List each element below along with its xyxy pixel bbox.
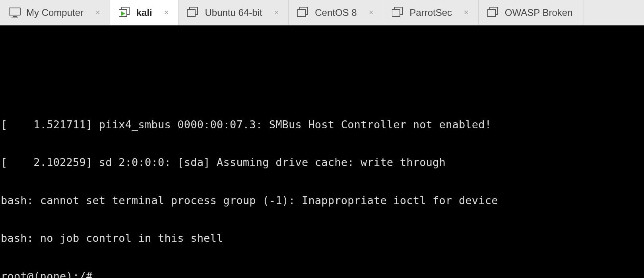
tab-label: My Computer — [26, 7, 83, 18]
tab-kali[interactable]: kali × — [110, 0, 179, 25]
terminal-prompt: root@(none):/# — [1, 270, 644, 278]
vm-icon — [392, 7, 404, 18]
svg-rect-9 — [297, 10, 305, 17]
vm-icon — [187, 7, 199, 18]
svg-rect-13 — [487, 10, 495, 17]
terminal-line: bash: cannot set terminal process group … — [1, 194, 644, 207]
close-icon[interactable]: × — [272, 7, 281, 18]
monitor-icon — [9, 8, 21, 18]
tab-owasp[interactable]: OWASP Broken — [479, 0, 584, 25]
terminal-line: [ 2.102259] sd 2:0:0:0: [sda] Assuming d… — [1, 156, 644, 169]
close-icon[interactable]: × — [367, 7, 376, 18]
tab-label: CentOS 8 — [315, 7, 357, 18]
close-icon[interactable]: × — [93, 7, 103, 18]
svg-rect-11 — [392, 10, 400, 17]
tab-label: OWASP Broken — [505, 7, 573, 18]
tab-label: Ubuntu 64-bit — [205, 7, 262, 18]
svg-rect-2 — [12, 17, 18, 17]
close-icon[interactable]: × — [162, 7, 171, 18]
svg-rect-7 — [187, 10, 195, 17]
tab-my-computer[interactable]: My Computer × — [0, 0, 110, 25]
tab-centos[interactable]: CentOS 8 × — [289, 0, 383, 25]
tab-bar: My Computer × kali × Ubuntu 64-bit × Cen… — [0, 0, 644, 25]
tab-parrotsec[interactable]: ParrotSec × — [383, 0, 478, 25]
vm-icon — [487, 7, 499, 18]
terminal-line: [ 1.521711] piix4_smbus 0000:00:07.3: SM… — [1, 118, 644, 131]
vm-running-icon — [119, 7, 131, 18]
close-icon[interactable]: × — [462, 7, 471, 18]
vm-icon — [297, 7, 309, 18]
svg-rect-1 — [13, 16, 17, 17]
svg-rect-0 — [9, 8, 20, 15]
terminal-console[interactable]: [ 1.521711] piix4_smbus 0000:00:07.3: SM… — [0, 25, 644, 278]
tab-ubuntu[interactable]: Ubuntu 64-bit × — [178, 0, 289, 25]
tab-label: kali — [136, 7, 152, 18]
tab-label: ParrotSec — [409, 7, 452, 18]
terminal-line: bash: no job control in this shell — [1, 232, 644, 245]
